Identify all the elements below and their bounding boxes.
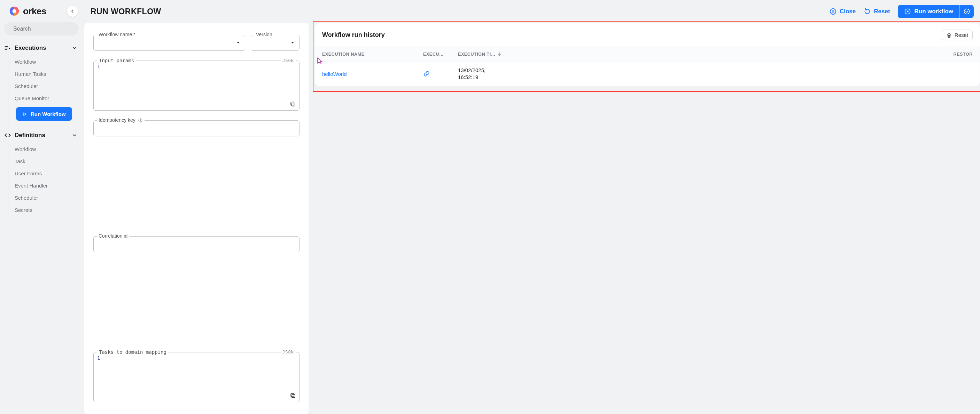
caret-down-icon bbox=[290, 40, 295, 45]
brand-row: orkes bbox=[3, 3, 80, 22]
nav-item-def-event-handler[interactable]: Event Handler bbox=[8, 179, 80, 192]
brand-name: orkes bbox=[23, 6, 46, 17]
col-execution-name[interactable]: EXECUTION NAME bbox=[322, 52, 423, 57]
close-button[interactable]: Close bbox=[829, 8, 856, 15]
page-title: RUN WORKFLOW bbox=[91, 7, 161, 16]
idempotency-label: Idempotency key bbox=[97, 117, 145, 123]
info-icon bbox=[138, 118, 143, 123]
nav-item-def-workflow[interactable]: Workflow bbox=[8, 143, 80, 155]
history-columns: EXECUTION NAME EXECU… EXECUTION TI… REST… bbox=[315, 47, 980, 62]
execution-time: 13/02/2025, 16:52:19 bbox=[458, 67, 517, 81]
col-execution-time[interactable]: EXECUTION TI… bbox=[458, 52, 517, 57]
chevron-left-icon bbox=[70, 9, 75, 14]
run-workflow-dropdown[interactable] bbox=[959, 5, 974, 18]
col-execution[interactable]: EXECU… bbox=[423, 52, 458, 57]
nav-group-executions[interactable]: Executions bbox=[3, 42, 80, 54]
execution-link-icon[interactable] bbox=[423, 70, 458, 77]
line-number: 1 bbox=[97, 63, 296, 69]
search-input[interactable] bbox=[13, 25, 84, 32]
svg-point-13 bbox=[140, 119, 140, 120]
history-title: Workflow run history bbox=[322, 31, 385, 39]
version-field[interactable]: Version bbox=[251, 35, 299, 51]
executions-icon bbox=[4, 44, 11, 51]
trash-icon bbox=[946, 32, 952, 38]
svg-rect-10 bbox=[291, 102, 294, 105]
tasks-domain-label: Tasks to domain mapping bbox=[97, 349, 168, 355]
play-icon bbox=[22, 112, 27, 117]
svg-point-8 bbox=[964, 9, 970, 14]
svg-rect-9 bbox=[292, 103, 295, 106]
sort-down-icon bbox=[497, 52, 502, 57]
idempotency-field[interactable]: Idempotency key bbox=[93, 121, 299, 227]
nav-item-def-secrets[interactable]: Secrets bbox=[8, 204, 80, 216]
version-label: Version bbox=[254, 32, 274, 37]
link-icon bbox=[423, 70, 430, 77]
close-circle-icon bbox=[829, 8, 837, 15]
svg-rect-14 bbox=[292, 395, 295, 398]
copy-icon bbox=[290, 100, 296, 108]
svg-rect-15 bbox=[291, 393, 294, 397]
chevron-down-icon bbox=[72, 133, 77, 138]
chevron-down-circle-icon bbox=[963, 8, 970, 15]
correlation-field[interactable]: Correlation id bbox=[93, 236, 299, 342]
tasks-domain-editor[interactable]: Tasks to domain mapping JSON 1 bbox=[93, 352, 299, 402]
nav-item-def-user-forms[interactable]: User Forms bbox=[8, 167, 80, 179]
nav-item-workflow[interactable]: Workflow bbox=[8, 56, 80, 68]
brand-logo bbox=[9, 6, 19, 16]
nav-sub-executions: Workflow Human Tasks Scheduler Queue Mon… bbox=[8, 54, 80, 129]
history-row: helloWorld 13/02/2025, 16:52:19 bbox=[315, 62, 980, 86]
sidebar: orkes ⌘ K Executions Workflow Human Tas bbox=[0, 0, 83, 414]
json-badge: JSON bbox=[281, 58, 296, 63]
search-field[interactable]: ⌘ K bbox=[4, 22, 79, 35]
run-workflow-form: Workflow name * Version Input params bbox=[84, 23, 309, 414]
caret-down-icon bbox=[236, 40, 241, 45]
play-circle-icon bbox=[904, 8, 911, 15]
nav-item-human-tasks[interactable]: Human Tasks bbox=[8, 68, 80, 80]
correlation-label: Correlation id bbox=[97, 233, 129, 239]
line-number: 1 bbox=[97, 355, 296, 361]
execution-name-link[interactable]: helloWorld bbox=[322, 71, 347, 77]
history-card: Workflow run history Reset EXECUTION NAM… bbox=[315, 23, 980, 86]
copy-button[interactable] bbox=[290, 392, 296, 399]
svg-point-0 bbox=[13, 10, 16, 13]
input-params-label: Input params bbox=[97, 58, 136, 63]
workflow-name-label: Workflow name * bbox=[97, 32, 137, 37]
code-icon bbox=[4, 132, 11, 139]
workflow-name-field[interactable]: Workflow name * bbox=[93, 35, 245, 51]
history-reset-button[interactable]: Reset bbox=[942, 30, 973, 40]
reset-icon bbox=[863, 8, 871, 15]
nav-sub-definitions: Workflow Task User Forms Event Handler S… bbox=[8, 141, 80, 219]
copy-icon bbox=[290, 392, 296, 399]
topbar: RUN WORKFLOW Close Reset Run workflow bbox=[83, 0, 980, 23]
chevron-down-icon bbox=[72, 45, 77, 51]
copy-button[interactable] bbox=[290, 100, 296, 108]
reset-button[interactable]: Reset bbox=[863, 8, 890, 15]
sidebar-run-workflow-button[interactable]: Run Workflow bbox=[16, 107, 72, 121]
run-workflow-button[interactable]: Run workflow bbox=[898, 5, 974, 18]
nav-item-scheduler[interactable]: Scheduler bbox=[8, 80, 80, 92]
sidebar-collapse-button[interactable] bbox=[67, 6, 78, 17]
nav-item-queue-monitor[interactable]: Queue Monitor bbox=[8, 92, 80, 105]
json-badge: JSON bbox=[281, 350, 296, 355]
col-restore[interactable]: RESTOR bbox=[517, 52, 973, 57]
nav-item-def-scheduler[interactable]: Scheduler bbox=[8, 192, 80, 204]
nav-item-def-task[interactable]: Task bbox=[8, 155, 80, 167]
input-params-editor[interactable]: Input params JSON 1 bbox=[93, 60, 299, 111]
nav-group-definitions[interactable]: Definitions bbox=[3, 129, 80, 141]
